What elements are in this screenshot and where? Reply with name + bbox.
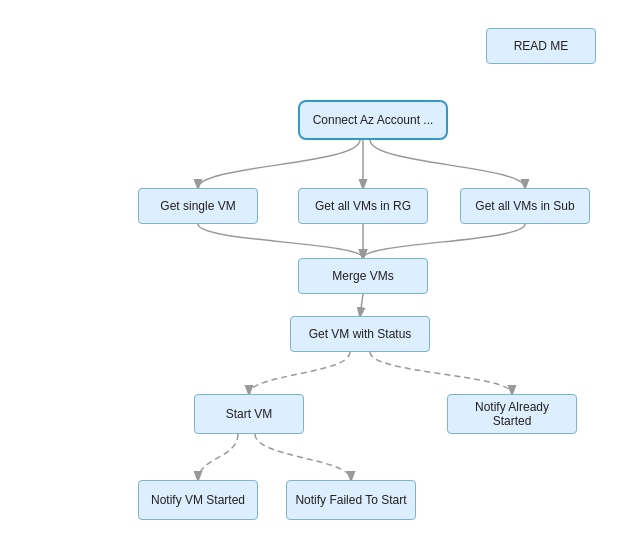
diagram: READ ME Connect Az Account ... Get singl… xyxy=(0,0,636,549)
readme-node: READ ME xyxy=(486,28,596,64)
start-vm-node: Start VM xyxy=(194,394,304,434)
notify-already-node: Notify Already Started xyxy=(447,394,577,434)
all-vms-rg-node: Get all VMs in RG xyxy=(298,188,428,224)
connect-node: Connect Az Account ... xyxy=(298,100,448,140)
merge-vms-node: Merge VMs xyxy=(298,258,428,294)
notify-started-node: Notify VM Started xyxy=(138,480,258,520)
single-vm-node: Get single VM xyxy=(138,188,258,224)
svg-line-2 xyxy=(360,294,363,316)
notify-failed-node: Notify Failed To Start xyxy=(286,480,416,520)
get-vm-status-node: Get VM with Status xyxy=(290,316,430,352)
all-vms-sub-node: Get all VMs in Sub xyxy=(460,188,590,224)
